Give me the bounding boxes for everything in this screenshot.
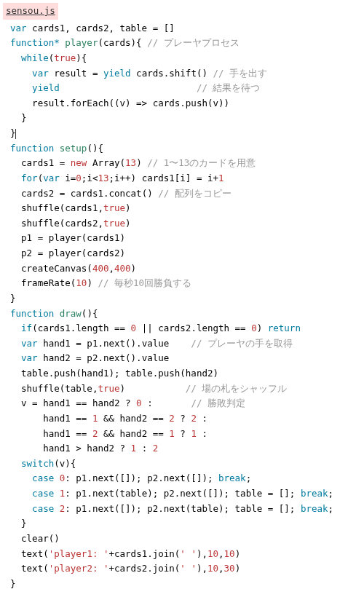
text-cursor [15,129,16,139]
code-block: var cards1, cards2, table = [] function*… [0,21,364,589]
filename-label: sensou.js [3,3,58,20]
